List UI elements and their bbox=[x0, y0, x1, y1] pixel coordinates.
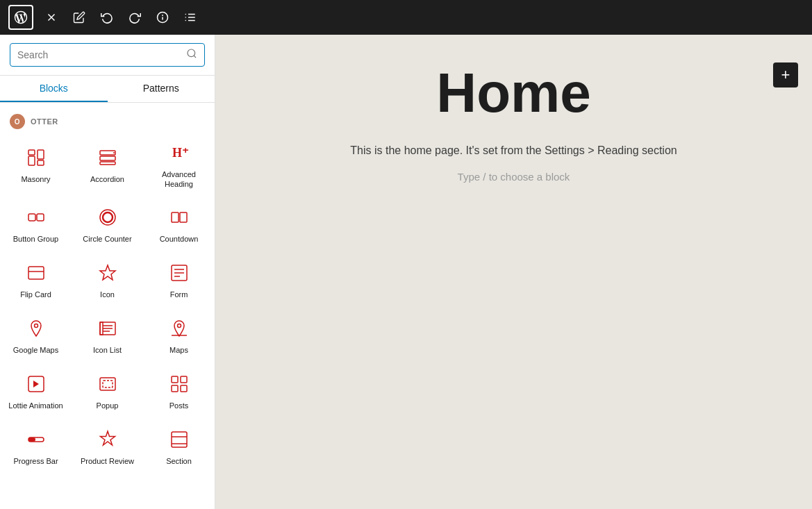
block-item-popup[interactable]: Popup bbox=[72, 363, 143, 419]
icon-label: Icon bbox=[100, 290, 115, 299]
svg-text:H⁺: H⁺ bbox=[172, 146, 189, 160]
block-item-masonry[interactable]: Masonry bbox=[0, 132, 72, 197]
posts-icon bbox=[167, 372, 192, 397]
lottie-animation-icon bbox=[24, 372, 49, 397]
maps-icon bbox=[167, 316, 192, 341]
close-button[interactable] bbox=[39, 5, 64, 30]
block-item-flip-card[interactable]: Flip Card bbox=[0, 252, 72, 308]
block-item-icon[interactable]: Icon bbox=[72, 252, 143, 308]
countdown-icon bbox=[167, 205, 192, 230]
svg-point-41 bbox=[177, 324, 181, 328]
icon-list-icon bbox=[95, 316, 120, 341]
svg-rect-15 bbox=[38, 150, 44, 159]
block-item-icon-list[interactable]: Icon List bbox=[72, 308, 143, 363]
search-wrapper bbox=[10, 43, 205, 67]
search-input[interactable] bbox=[17, 49, 181, 60]
block-item-google-maps[interactable]: Google Maps bbox=[0, 308, 72, 363]
button-group-icon bbox=[24, 205, 49, 230]
svg-rect-40 bbox=[100, 322, 103, 335]
block-item-advanced-heading[interactable]: H⁺ Advanced Heading bbox=[143, 132, 215, 197]
block-item-countdown[interactable]: Countdown bbox=[143, 197, 215, 252]
form-label: Form bbox=[170, 290, 188, 299]
block-item-button-group[interactable]: Button Group bbox=[0, 197, 72, 252]
icon-icon bbox=[95, 260, 120, 285]
add-block-button[interactable]: + bbox=[773, 62, 798, 87]
svg-rect-13 bbox=[28, 150, 35, 155]
svg-rect-26 bbox=[172, 212, 179, 222]
block-item-lottie-animation[interactable]: Lottie Animation bbox=[0, 363, 72, 419]
redo-button[interactable] bbox=[122, 5, 147, 30]
block-item-posts[interactable]: Posts bbox=[143, 363, 215, 419]
svg-rect-22 bbox=[28, 214, 35, 221]
advanced-heading-icon: H⁺ bbox=[167, 140, 192, 165]
progress-bar-label: Progress Bar bbox=[13, 456, 58, 466]
tab-patterns[interactable]: Patterns bbox=[108, 76, 215, 102]
svg-marker-52 bbox=[100, 431, 115, 445]
svg-rect-49 bbox=[181, 385, 187, 392]
svg-rect-53 bbox=[172, 432, 187, 447]
edit-button[interactable] bbox=[67, 5, 92, 30]
page-title: Home bbox=[436, 62, 590, 124]
svg-rect-27 bbox=[180, 212, 187, 222]
circle-counter-label: Circle Counter bbox=[83, 234, 131, 244]
flip-card-label: Flip Card bbox=[20, 290, 51, 299]
block-item-maps[interactable]: Maps bbox=[143, 308, 215, 363]
svg-rect-45 bbox=[103, 381, 113, 387]
block-placeholder[interactable]: Type / to choose a block bbox=[458, 171, 570, 183]
wp-logo-button[interactable] bbox=[8, 5, 33, 30]
svg-rect-14 bbox=[28, 156, 35, 165]
svg-point-35 bbox=[34, 324, 38, 328]
undo-icon bbox=[101, 11, 113, 24]
search-icon bbox=[186, 48, 197, 62]
section-header-label: OTTER bbox=[31, 117, 58, 126]
sidebar: Blocks Patterns O OTTER bbox=[0, 35, 215, 509]
block-item-form[interactable]: Form bbox=[143, 252, 215, 308]
block-item-section[interactable]: Section bbox=[143, 419, 215, 474]
svg-rect-28 bbox=[28, 267, 44, 279]
close-icon bbox=[45, 11, 58, 24]
button-group-label: Button Group bbox=[13, 234, 58, 244]
svg-rect-16 bbox=[38, 160, 44, 165]
google-maps-label: Google Maps bbox=[13, 345, 58, 355]
wp-logo-icon bbox=[13, 10, 28, 25]
block-list: O OTTER Masonry bbox=[0, 103, 215, 509]
canvas: Home This is the home page. It's set fro… bbox=[215, 35, 812, 509]
undo-button[interactable] bbox=[94, 5, 119, 30]
svg-point-11 bbox=[188, 49, 195, 57]
block-item-product-review[interactable]: Product Review bbox=[72, 419, 143, 474]
info-button[interactable] bbox=[150, 5, 175, 30]
block-grid: Masonry Accordion bbox=[0, 132, 215, 474]
masonry-icon bbox=[24, 145, 49, 170]
search-container bbox=[0, 35, 215, 76]
tabs: Blocks Patterns bbox=[0, 76, 215, 103]
section-label: Section bbox=[166, 456, 192, 466]
list-view-icon bbox=[184, 11, 197, 24]
redo-icon bbox=[129, 11, 141, 24]
section-icon bbox=[167, 427, 192, 452]
list-view-button[interactable] bbox=[178, 5, 203, 30]
svg-rect-47 bbox=[181, 376, 187, 383]
section-header-otter: O OTTER bbox=[0, 108, 215, 132]
form-icon bbox=[167, 260, 192, 285]
canvas-content: Home This is the home page. It's set fro… bbox=[271, 62, 757, 197]
svg-line-12 bbox=[194, 56, 196, 58]
pencil-icon bbox=[73, 11, 85, 24]
progress-bar-icon bbox=[24, 427, 49, 452]
page-subtitle: This is the home page. It's set from the… bbox=[350, 144, 677, 157]
flip-card-icon bbox=[24, 260, 49, 285]
svg-rect-18 bbox=[100, 156, 115, 160]
toolbar bbox=[0, 0, 812, 35]
tab-blocks[interactable]: Blocks bbox=[0, 76, 108, 102]
svg-marker-30 bbox=[100, 265, 115, 280]
block-item-circle-counter[interactable]: Circle Counter bbox=[72, 197, 143, 252]
svg-rect-48 bbox=[172, 385, 178, 392]
lottie-animation-label: Lottie Animation bbox=[8, 401, 63, 410]
info-icon bbox=[156, 11, 169, 24]
block-item-accordion[interactable]: Accordion bbox=[72, 132, 143, 197]
block-item-progress-bar[interactable]: Progress Bar bbox=[0, 419, 72, 474]
product-review-icon bbox=[95, 427, 120, 452]
svg-rect-51 bbox=[28, 437, 35, 442]
google-maps-icon bbox=[24, 316, 49, 341]
popup-icon bbox=[95, 372, 120, 397]
icon-list-label: Icon List bbox=[93, 345, 122, 355]
